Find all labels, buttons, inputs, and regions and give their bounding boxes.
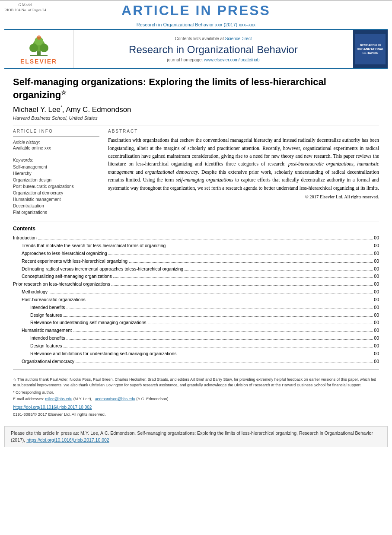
toc-dots (67, 309, 373, 309)
journal-info-line: Research in Organizational Behavior xxx … (0, 19, 392, 29)
toc-dots (76, 363, 373, 363)
authors-line: Michael Y. Lee*, Amy C. Edmondson (13, 105, 379, 114)
g-model-text: G Model (18, 3, 32, 7)
divider-1 (13, 125, 379, 125)
toc-item: Relevance for understanding self-managin… (30, 319, 379, 327)
footnote-star-symbol: ☆ (13, 377, 17, 382)
toc-page: 00 (374, 296, 379, 304)
abstract-heading: ABSTRACT (108, 129, 379, 134)
email1-link[interactable]: milee@hbs.edu (45, 397, 73, 401)
toc-page: 00 (374, 334, 379, 342)
elsevier-label: ELSEVIER (20, 58, 57, 65)
g-model-info: G Model RIOB 104 No. of Pages 24 (4, 3, 46, 13)
toc-dots (148, 324, 373, 324)
toc-page: 00 (374, 312, 379, 319)
toc-label: Organizational democracy (22, 358, 74, 366)
cover-text: RESEARCH INORGANIZATIONALBEHAVIOR (357, 43, 384, 55)
corresponding-note: * Corresponding author. (13, 390, 379, 396)
toc-label: Approaches to less-hierarchical organizi… (22, 250, 107, 258)
toc-item: Organizational democracy00 (22, 358, 379, 366)
keyword-item: Humanistic management (13, 196, 99, 203)
keyword-item: Organizational democracy (13, 190, 99, 196)
toc-label: Relevance for understanding self-managin… (30, 319, 147, 327)
toc-page: 00 (374, 358, 379, 366)
sciencedirect-link[interactable]: ScienceDirect (225, 36, 252, 41)
keyword-item: Flat organizations (13, 209, 99, 216)
toc-label: Humanistic management (22, 327, 72, 334)
cite-doi-link[interactable]: https://doi.org/10.1016/j.riob.2017.10.0… (26, 437, 109, 443)
toc-label: Design features (30, 342, 62, 350)
abstract-text: Fascination with organizations that esch… (108, 136, 379, 192)
email2-link[interactable]: aedmondson@hbs.edu (95, 397, 135, 401)
toc-label: Recent experiments with less-hierarchica… (22, 258, 127, 265)
toc-page: 00 (374, 273, 379, 280)
homepage-label: journal homepage: (167, 57, 203, 62)
toc-item: Humanistic management00 (22, 327, 379, 334)
email-label: E-mail addresses: (13, 397, 44, 401)
journal-header: ELSEVIER Contents lists available at Sci… (4, 29, 388, 69)
toc-list: Introduction00Trends that motivate the s… (13, 234, 379, 365)
toc-dots (49, 293, 373, 293)
toc-page: 00 (374, 280, 379, 288)
toc-page: 00 (374, 327, 379, 334)
toc-dots (129, 262, 373, 263)
toc-item: Approaches to less-hierarchical organizi… (22, 250, 379, 258)
toc-item: Relevance and limitations for understand… (30, 350, 379, 358)
contents-text: Contents lists available at (175, 36, 224, 41)
history-label: Article history: (13, 140, 99, 145)
toc-page: 00 (374, 304, 379, 312)
toc-label: Prior research on less-hierarchical orga… (13, 280, 110, 288)
toc-dots (38, 239, 373, 239)
contents-section: Contents Introduction00Trends that motiv… (13, 222, 379, 369)
toc-item: Recent experiments with less-hierarchica… (22, 258, 379, 265)
article-info-column: ARTICLE INFO Article history: Available … (13, 129, 99, 216)
toc-label: Conceptualizing self-managing organizati… (22, 273, 112, 280)
toc-dots (73, 331, 373, 332)
toc-page: 00 (374, 288, 379, 296)
author-amy: Amy C. Edmondson (66, 105, 131, 113)
copyright-line: © 2017 Elsevier Ltd. All rights reserved… (108, 194, 379, 199)
toc-label: Post-bureaucratic organizations (22, 296, 86, 304)
footnote-star-text: The authors thank Paul Adler, Nicolai Fo… (13, 377, 376, 388)
toc-label: Introduction (13, 234, 37, 242)
toc-dots (67, 339, 373, 340)
toc-dots (178, 355, 373, 355)
riob-text: RIOB 104 No. of Pages 24 (4, 8, 46, 12)
toc-label: Design features (30, 312, 62, 319)
title-footnote-star: ☆ (61, 89, 67, 96)
cover-inner: RESEARCH INORGANIZATIONALBEHAVIOR (355, 34, 386, 64)
author-michael: Michael Y. Lee (13, 105, 61, 113)
toc-page: 00 (374, 242, 379, 250)
toc-page: 00 (374, 342, 379, 350)
article-info-divider (13, 136, 99, 137)
toc-page: 00 (374, 234, 379, 242)
homepage-url[interactable]: www.elsevier.com/locate/riob (204, 57, 259, 62)
svg-point-4 (40, 44, 48, 52)
toc-label: Trends that motivate the search for less… (22, 242, 166, 250)
toc-item: Intended benefits00 (30, 334, 379, 342)
toc-dots (87, 301, 373, 301)
article-header: G Model RIOB 104 No. of Pages 24 ARTICLE… (0, 0, 392, 19)
toc-page: 00 (374, 258, 379, 265)
keyword-item: Decentralization (13, 203, 99, 209)
article-title: Self-managing organizations: Exploring t… (13, 76, 379, 102)
keyword-item: Post-bureaucratic organizations (13, 183, 99, 190)
doi-link[interactable]: https://doi.org/10.1016/j.riob.2017.10.0… (13, 404, 379, 411)
toc-item: Intended benefits00 (30, 304, 379, 312)
affiliation: Harvard Business School, United States (13, 115, 379, 121)
toc-item: Conceptualizing self-managing organizati… (22, 273, 379, 280)
keyword-item: Self-management (13, 164, 99, 170)
toc-item: Trends that motivate the search for less… (22, 242, 379, 250)
toc-label: Relevance and limitations for understand… (30, 350, 177, 358)
journal-cover-thumbnail: RESEARCH INORGANIZATIONALBEHAVIOR (353, 30, 388, 68)
toc-page: 00 (374, 265, 379, 273)
journal-main-title: Research in Organizational Behavior (129, 44, 298, 56)
svg-rect-1 (30, 55, 48, 56)
footnote-section: ☆ The authors thank Paul Adler, Nicolai … (13, 374, 379, 417)
toc-label: Delineating radical versus incremental a… (22, 265, 183, 273)
journal-citation: Research in Organizational Behavior xxx … (137, 22, 256, 27)
article-info-heading: ARTICLE INFO (13, 129, 99, 134)
contents-available-line: Contents lists available at ScienceDirec… (175, 36, 252, 41)
toc-item: Prior research on less-hierarchical orga… (13, 280, 379, 288)
toc-item: Introduction00 (13, 234, 379, 242)
